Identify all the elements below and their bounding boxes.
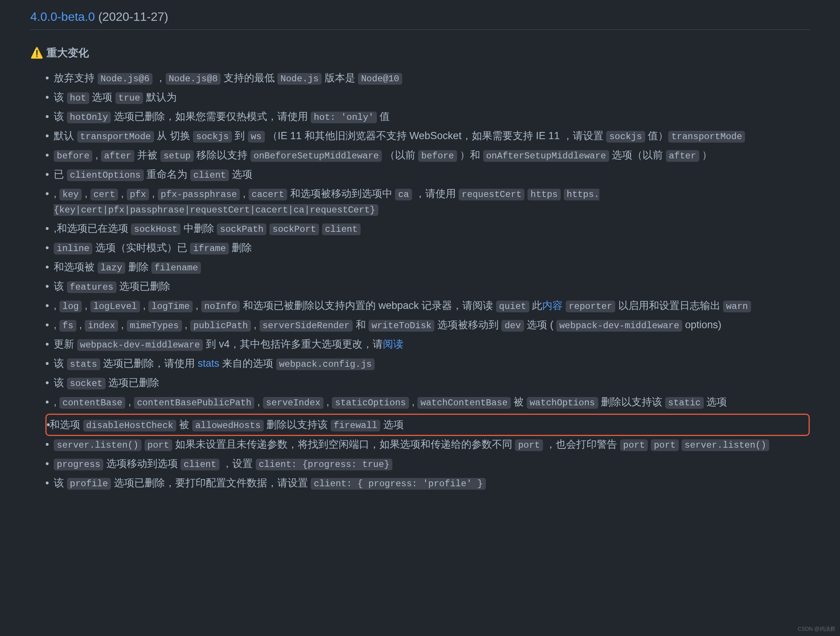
text-span: 该 [54, 91, 67, 103]
inline-code: cert [90, 189, 118, 200]
inline-code: server.listen() [682, 439, 769, 451]
text-span: ， [153, 72, 166, 83]
inline-code: client [180, 459, 219, 471]
inline-code: sockPort [269, 224, 319, 235]
text-span: 该 [54, 377, 67, 388]
inline-code: onBeforeSetupMiddleware [251, 150, 382, 162]
text-span: 选项 [704, 396, 727, 408]
inline-link[interactable]: 内容 [542, 300, 563, 311]
text-span: 选项已删除 [117, 280, 171, 292]
text-span: 选项 [89, 91, 115, 103]
text-span: 和选项被移动到选项中 [287, 188, 395, 199]
list-item: 该 features 选项已删除 [46, 279, 810, 294]
text-span: 以启用和设置日志输出 [615, 300, 723, 311]
inline-link[interactable]: 阅读 [383, 338, 403, 350]
text-span: , [240, 188, 249, 199]
inline-code: sockjs [193, 131, 232, 143]
text-span [266, 223, 269, 234]
inline-code: pfx [127, 189, 149, 200]
text-span: 放弃支持 [54, 72, 98, 83]
list-item: , contentBase , contentBasePublicPath , … [46, 394, 810, 410]
text-span: , [54, 396, 59, 408]
text-span: , [140, 300, 149, 311]
text-span: ，设置 [219, 458, 256, 469]
inline-code: reporter [566, 301, 615, 312]
text-span: 该 [54, 358, 67, 369]
inline-code: watchContentBase [417, 397, 510, 409]
text-span: 该 [54, 477, 67, 488]
inline-code: setup [160, 150, 194, 162]
text-span: 选项（实时模式）已 [92, 242, 190, 253]
inline-code: writeToDisk [368, 320, 434, 332]
text-span [319, 223, 322, 234]
text-span: , [324, 396, 332, 408]
text-span: 该 [54, 280, 67, 292]
list-item: 该 hotOnly 选项已删除，如果您需要仅热模式，请使用 hot: 'only… [46, 109, 810, 124]
text-span: 选项已删除，如果您需要仅热模式，请使用 [111, 111, 311, 122]
text-span: 选项 ( [524, 319, 557, 331]
text-span [679, 439, 682, 450]
inline-code: firewall [331, 420, 380, 431]
text-span: , [125, 396, 134, 408]
text-span: 已 [54, 168, 67, 180]
text-span: 移除以支持 [194, 150, 251, 161]
inline-link[interactable]: stats [198, 358, 219, 369]
inline-code: logTime [148, 301, 193, 312]
text-span: 和选项 [50, 419, 83, 430]
inline-code: stats [67, 359, 100, 370]
inline-code: sockHost [131, 224, 180, 235]
inline-code: webpack-dev-middleware [77, 339, 203, 351]
warning-icon: ⚠️ [30, 45, 44, 61]
inline-code: iframe [190, 243, 229, 255]
inline-code: socket [67, 378, 106, 389]
text-span: 被 [176, 419, 192, 430]
list-item: 和选项 disableHostCheck 被 allowedHosts 删除以支… [46, 414, 810, 436]
inline-code: profile [67, 478, 111, 490]
inline-code: mimeTypes [127, 320, 182, 332]
text-span: , [149, 188, 158, 199]
inline-code: port [620, 439, 648, 451]
text-span: 被 [511, 396, 527, 408]
inline-code: serverSideRender [260, 320, 353, 332]
inline-code: warn [723, 301, 751, 312]
inline-code: quiet [496, 301, 529, 312]
inline-code: noInfo [201, 301, 240, 312]
inline-code: publicPath [190, 320, 251, 332]
inline-code: Node.js@8 [166, 73, 221, 85]
text-span: 如果未设置且未传递参数，将找到空闲端口，如果选项和传递给的参数不同 [172, 439, 515, 450]
list-item: 和选项被 lazy 删除 filename [46, 260, 810, 275]
list-item: , key , cert , pfx , pfx-passphrase , ca… [46, 186, 810, 217]
inline-code: fs [59, 320, 76, 332]
inline-code: client [190, 169, 229, 181]
text-span: 中删除 [180, 223, 217, 234]
list-item: inline 选项（实时模式）已 iframe 删除 [46, 240, 810, 256]
text-span: 选项移动到选项 [103, 458, 180, 469]
version-link[interactable]: 4.0.0-beta.0 [30, 10, 95, 24]
list-item: 放弃支持 Node.js@6 ，Node.js@8 支持的最低 Node.js … [46, 70, 810, 86]
inline-code: staticOptions [332, 397, 409, 409]
text-span: , [54, 319, 59, 331]
text-span: （以前 [382, 150, 418, 161]
text-span [648, 439, 651, 450]
inline-code: log [59, 301, 82, 312]
inline-code: after [101, 150, 134, 162]
inline-code: clientOptions [67, 169, 144, 181]
list-item: , fs , index , mimeTypes , publicPath , … [46, 317, 810, 333]
text-span: （IE 11 和其他旧浏览器不支持 WebSocket，如果需要支持 IE 11… [265, 130, 606, 142]
text-span: , [182, 319, 191, 331]
inline-code: sockPath [217, 224, 266, 235]
text-span: , [251, 319, 260, 331]
inline-code: allowedHosts [192, 420, 264, 431]
text-span: 删除 [229, 242, 253, 253]
text-span: , [54, 188, 59, 199]
section-heading: ⚠️ 重大变化 [30, 45, 810, 61]
inline-code: Node@10 [358, 73, 402, 85]
list-item: 该 hot 选项 true 默认为 [46, 90, 810, 105]
text-span: 更新 [54, 338, 77, 350]
text-span: , [82, 188, 90, 199]
inline-code: port [515, 439, 543, 451]
inline-code: features [67, 281, 117, 293]
inline-code: https [527, 189, 561, 200]
text-span: , [82, 300, 90, 311]
inline-code: transportMode [77, 131, 154, 143]
